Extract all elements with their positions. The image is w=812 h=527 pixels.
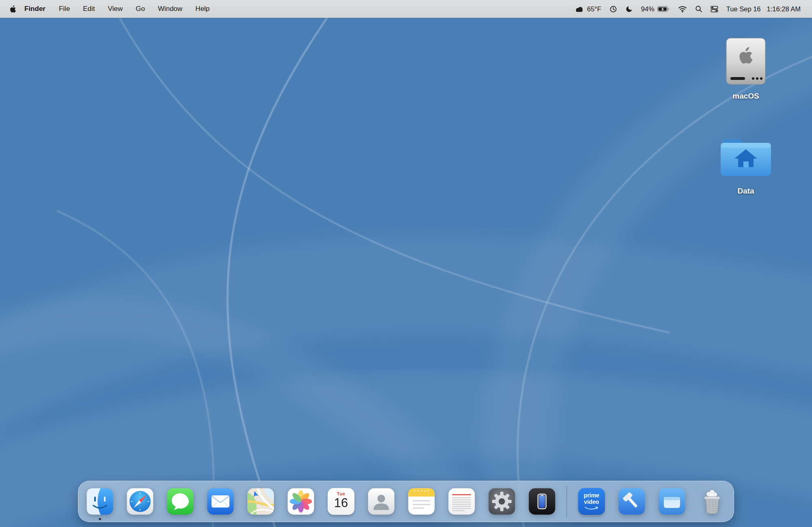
desktop-icon-macos-drive[interactable]: macOS (711, 37, 780, 101)
battery-percent: 94% (641, 5, 654, 13)
finder-icon (86, 488, 113, 515)
menu-view[interactable]: View (102, 5, 130, 13)
battery-status[interactable]: 94% (641, 5, 670, 13)
messages-icon (167, 488, 194, 515)
running-indicator (99, 518, 101, 521)
dock-calendar[interactable]: Tue 16 (328, 488, 354, 515)
menu-date: Tue Sep 16 (726, 5, 761, 13)
dock: Tue 16 (78, 481, 734, 522)
dock-finder[interactable] (86, 488, 113, 515)
weather-temp: 65°F (587, 5, 601, 13)
wifi-icon (678, 6, 687, 13)
menu-edit[interactable]: Edit (76, 5, 101, 13)
menu-bar: Finder File Edit View Go Window Help 65°… (0, 0, 812, 18)
desktop-icon-label: macOS (732, 92, 759, 101)
dock-maps[interactable] (247, 488, 274, 515)
menu-bar-left: Finder File Edit View Go Window Help (10, 5, 216, 13)
dock-folder[interactable] (659, 488, 685, 515)
prime-video-text: video (584, 499, 599, 505)
hard-drive-icon (725, 37, 767, 86)
battery-charging-icon (657, 6, 670, 12)
wallpaper-curves (0, 0, 812, 527)
apple-logo-icon (10, 5, 16, 13)
menu-bar-status: 65°F 94% (574, 5, 801, 13)
photos-icon (287, 488, 314, 515)
dock-separator (566, 486, 567, 517)
control-center-icon (710, 5, 718, 13)
menu-go[interactable]: Go (129, 5, 151, 13)
desktop-icon-label: Data (737, 187, 754, 196)
calendar-icon: Tue 16 (328, 488, 354, 515)
desktop-wallpaper (0, 0, 812, 527)
prime-smile-icon (584, 506, 599, 510)
menu-file[interactable]: File (52, 5, 76, 13)
wifi-menu-extra[interactable] (678, 6, 687, 13)
app-menu-title[interactable]: Finder (19, 5, 52, 13)
calendar-day: 16 (334, 497, 348, 510)
dock-trash[interactable] (699, 488, 726, 515)
menu-bar-clock[interactable]: Tue Sep 16 1:16:28 AM (726, 5, 801, 13)
hammer-icon (618, 488, 645, 515)
focus-menu-extra[interactable] (625, 5, 633, 13)
menu-help[interactable]: Help (189, 5, 216, 13)
dock-photos[interactable] (287, 488, 314, 515)
dock-xcode[interactable] (618, 488, 645, 515)
mail-icon (207, 488, 234, 515)
window-folder-icon (659, 488, 685, 515)
moon-icon (625, 5, 633, 13)
dock-messages[interactable] (167, 488, 194, 515)
textedit-icon (448, 488, 475, 515)
dock-system-settings[interactable] (488, 488, 515, 515)
apple-menu[interactable] (10, 5, 16, 13)
menu-time: 1:16:28 AM (767, 5, 801, 13)
dock-iphone-mirroring[interactable] (529, 488, 555, 515)
notes-icon (408, 488, 435, 515)
iphone-icon (529, 488, 555, 515)
search-icon (695, 5, 702, 13)
spotlight-menu-extra[interactable] (695, 5, 702, 13)
weather-status[interactable]: 65°F (574, 5, 601, 13)
dock-contacts[interactable] (368, 488, 395, 515)
dock-mail[interactable] (207, 488, 234, 515)
prime-video-text: prime (584, 493, 600, 499)
clock-icon (609, 5, 617, 13)
maps-icon (247, 488, 274, 515)
dock-textedit[interactable] (448, 488, 475, 515)
desktop-icon-data-folder[interactable]: Data (711, 134, 780, 196)
menu-window[interactable]: Window (151, 5, 189, 13)
trash-icon (699, 488, 726, 515)
control-center-menu-extra[interactable] (710, 5, 718, 13)
prime-video-icon: prime video (578, 488, 605, 515)
dock-safari[interactable] (127, 488, 153, 515)
dock-prime-video[interactable]: prime video (578, 488, 605, 515)
dock-notes[interactable] (408, 488, 435, 515)
folder-home-icon (717, 134, 774, 179)
contacts-icon (368, 488, 395, 515)
clock-menu-extra[interactable] (609, 5, 617, 13)
cloud-icon (574, 6, 584, 13)
gear-icon (488, 488, 515, 515)
safari-icon (127, 488, 153, 515)
